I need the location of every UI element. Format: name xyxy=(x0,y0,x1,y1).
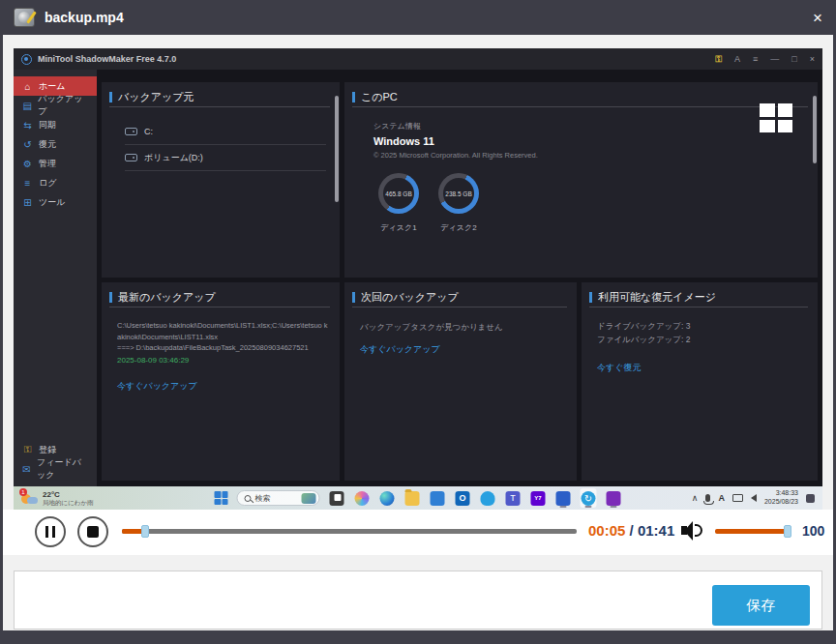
disk-2[interactable]: 238.5 GB ディスク2 xyxy=(437,173,480,233)
sidebar-item-tools[interactable]: ⊞ ツール xyxy=(14,192,97,212)
seek-bar[interactable] xyxy=(122,529,577,534)
panel-next-backup: 次回のバックアップ バックアップタスクが見つかりません 今すぐバックアップ xyxy=(344,282,577,481)
menu-icon[interactable]: ≡ xyxy=(753,54,758,64)
panel-backup-source: バックアップ元 C: ボリューム(D:) xyxy=(102,82,340,278)
taskbar-icon-copilot[interactable] xyxy=(354,488,371,508)
taskbar-icon-teams[interactable]: T xyxy=(505,488,522,508)
panel-scrollbar[interactable] xyxy=(335,96,339,202)
backup-now-link[interactable]: 今すぐバックアップ xyxy=(360,343,440,356)
clock-time: 3:48:33 xyxy=(764,489,798,498)
system-info-label: システム情報 xyxy=(373,121,818,132)
backup-source-path: C:\Users\tetsuo kakinoki\Documents\LIST1… xyxy=(117,320,328,342)
taskbar-icon-onedrive[interactable] xyxy=(480,488,496,508)
taskbar-search[interactable]: 検索 xyxy=(237,490,320,506)
backup-source-drive-c[interactable]: C: xyxy=(125,119,326,145)
notification-icon[interactable] xyxy=(806,494,815,503)
window-content: MiniTool ShadowMaker Free 4.7.0 ⚿ A ≡ — … xyxy=(3,35,833,630)
font-size-icon[interactable]: A xyxy=(734,54,740,64)
disk-usage-ring: 465.8 GB xyxy=(378,173,419,214)
weather-badge: 1 xyxy=(19,488,27,496)
save-button[interactable]: 保存 xyxy=(712,585,810,626)
drive-icon xyxy=(125,128,137,135)
player-controls: 00:05 / 01:41 100 xyxy=(3,510,833,555)
backup-source-drive-d[interactable]: ボリューム(D:) xyxy=(125,145,326,171)
panel-latest-backup: 最新のバックアップ C:\Users\tetsuo kakinoki\Docum… xyxy=(102,282,340,481)
taskbar-icon-edge[interactable] xyxy=(379,488,396,508)
os-name: Windows 11 xyxy=(373,135,818,147)
app-close-icon[interactable]: × xyxy=(810,54,815,64)
drive-icon xyxy=(125,154,137,161)
microphone-icon[interactable] xyxy=(705,494,710,502)
volume-handle[interactable] xyxy=(784,525,791,538)
taskbar-icon-task-view[interactable] xyxy=(329,488,345,508)
taskbar-icon-window-app[interactable] xyxy=(555,488,572,508)
disk-usage-ring: 238.5 GB xyxy=(438,173,479,214)
footer-panel: 保存 xyxy=(14,571,822,629)
taskbar-icon-shadowmaker[interactable]: ↻ xyxy=(581,488,597,508)
sidebar-label: ツール xyxy=(39,196,65,209)
taskbar-icon-file-explorer[interactable] xyxy=(404,488,421,508)
sidebar-item-backup[interactable]: ▤ バックアップ xyxy=(14,96,97,115)
sidebar-label: 管理 xyxy=(39,158,56,170)
volume-level: 100 xyxy=(802,523,824,539)
panel-accent xyxy=(352,92,355,102)
panel-title: 次回のバックアップ xyxy=(361,290,459,305)
manage-icon: ⚙ xyxy=(22,159,33,169)
panel-scrollbar[interactable] xyxy=(813,96,817,163)
stop-button[interactable] xyxy=(77,516,108,547)
stop-icon xyxy=(87,526,99,538)
panel-title: 利用可能な復元イメージ xyxy=(598,290,716,305)
weather-temp: 22°C xyxy=(43,490,94,499)
drive-name: ボリューム(D:) xyxy=(144,152,203,164)
start-button[interactable] xyxy=(215,491,228,505)
sidebar-item-manage[interactable]: ⚙ 管理 xyxy=(14,154,97,173)
home-icon: ⌂ xyxy=(22,81,33,92)
close-icon[interactable]: × xyxy=(813,10,822,26)
sidebar-item-restore[interactable]: ↺ 復元 xyxy=(14,134,97,154)
os-copyright: © 2025 Microsoft Corporation. All Rights… xyxy=(373,151,818,160)
windows-taskbar: 1 22°C 局地的ににわか雨 検索 xyxy=(14,486,822,510)
windows-logo-icon xyxy=(760,103,792,132)
tray-volume-icon[interactable] xyxy=(751,494,757,502)
search-daily-image xyxy=(302,493,316,504)
panel-accent xyxy=(352,292,355,303)
window-title: backup.mp4 xyxy=(45,10,124,25)
taskbar-icon-yahoo[interactable]: Y7 xyxy=(530,488,547,508)
restore-icon: ↺ xyxy=(22,139,33,150)
app-titlebar: MiniTool ShadowMaker Free 4.7.0 ⚿ A ≡ — … xyxy=(14,48,822,70)
volume-icon[interactable] xyxy=(681,521,702,541)
sidebar-label: ログ xyxy=(39,177,56,190)
system-tray: ∧ A 3:48:33 2025/08/23 xyxy=(692,489,815,507)
weather-widget[interactable]: 1 22°C 局地的ににわか雨 xyxy=(21,490,94,507)
taskbar-icon-store[interactable] xyxy=(430,488,446,508)
drive-name: C: xyxy=(144,127,153,136)
disk-label: ディスク1 xyxy=(380,222,416,233)
tray-chevron-icon[interactable]: ∧ xyxy=(692,493,699,503)
volume-bar[interactable] xyxy=(715,529,791,534)
clock-date: 2025/08/23 xyxy=(764,498,798,507)
license-key-icon[interactable]: ⚿ xyxy=(715,54,722,65)
panel-title: このPC xyxy=(361,90,398,104)
sidebar-item-sync[interactable]: ⇆ 同期 xyxy=(14,115,97,134)
restore-now-link[interactable]: 今すぐ復元 xyxy=(597,362,641,374)
taskbar-icon-outlook[interactable]: O xyxy=(455,488,471,508)
ime-indicator[interactable]: A xyxy=(718,493,725,503)
weather-desc: 局地的ににわか雨 xyxy=(43,499,94,506)
sidebar-item-log[interactable]: ≡ ログ xyxy=(14,173,97,192)
sidebar-item-feedback[interactable]: ✉ フィードバック xyxy=(14,459,97,479)
taskbar-icon-media-app[interactable] xyxy=(606,488,622,508)
disk-1[interactable]: 465.8 GB ディスク1 xyxy=(377,173,420,233)
sync-icon: ⇆ xyxy=(22,120,33,131)
time-display: 00:05 / 01:41 xyxy=(588,522,674,539)
taskbar-clock[interactable]: 3:48:33 2025/08/23 xyxy=(764,489,798,507)
key-icon: ⚿ xyxy=(22,444,33,455)
panel-accent xyxy=(109,92,112,102)
video-frame[interactable]: MiniTool ShadowMaker Free 4.7.0 ⚿ A ≡ — … xyxy=(14,48,822,510)
maximize-icon[interactable]: □ xyxy=(791,54,796,64)
backup-now-link[interactable]: 今すぐバックアップ xyxy=(117,380,197,393)
sidebar-label: 同期 xyxy=(39,119,56,132)
minimize-icon[interactable]: — xyxy=(770,54,779,64)
seek-handle[interactable] xyxy=(141,525,149,538)
display-icon[interactable] xyxy=(732,494,743,502)
pause-button[interactable] xyxy=(35,516,66,547)
